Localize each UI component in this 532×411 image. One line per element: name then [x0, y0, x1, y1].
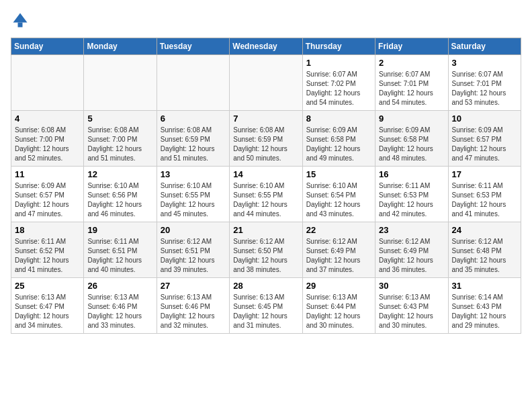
day-number: 3	[452, 58, 517, 68]
day-number: 6	[161, 113, 226, 124]
day-number: 26	[87, 281, 152, 291]
day-info: Sunrise: 6:10 AM Sunset: 6:54 PM Dayligh…	[306, 181, 371, 219]
day-number: 30	[379, 281, 444, 291]
day-info: Sunrise: 6:11 AM Sunset: 6:53 PM Dayligh…	[379, 181, 444, 219]
day-info: Sunrise: 6:10 AM Sunset: 6:55 PM Dayligh…	[233, 181, 298, 219]
day-cell: 2Sunrise: 6:07 AM Sunset: 7:01 PM Daylig…	[375, 55, 448, 111]
day-info: Sunrise: 6:12 AM Sunset: 6:48 PM Dayligh…	[452, 237, 517, 275]
day-info: Sunrise: 6:08 AM Sunset: 6:59 PM Dayligh…	[161, 126, 226, 163]
day-info: Sunrise: 6:10 AM Sunset: 6:55 PM Dayligh…	[161, 181, 226, 219]
day-number: 25	[15, 281, 80, 291]
day-cell: 23Sunrise: 6:12 AM Sunset: 6:49 PM Dayli…	[375, 222, 448, 278]
day-info: Sunrise: 6:13 AM Sunset: 6:46 PM Dayligh…	[161, 293, 226, 330]
day-number: 12	[87, 169, 152, 179]
day-info: Sunrise: 6:13 AM Sunset: 6:43 PM Dayligh…	[379, 293, 444, 330]
day-info: Sunrise: 6:11 AM Sunset: 6:53 PM Dayligh…	[452, 181, 517, 219]
day-cell: 15Sunrise: 6:10 AM Sunset: 6:54 PM Dayli…	[302, 167, 375, 222]
week-row-1: 1Sunrise: 6:07 AM Sunset: 7:02 PM Daylig…	[11, 55, 521, 111]
day-number: 15	[306, 169, 371, 179]
day-cell	[157, 55, 229, 111]
svg-rect-1	[18, 23, 23, 28]
col-header-sunday: Sunday	[11, 38, 84, 55]
day-cell: 19Sunrise: 6:11 AM Sunset: 6:51 PM Dayli…	[84, 222, 157, 278]
day-cell: 24Sunrise: 6:12 AM Sunset: 6:48 PM Dayli…	[448, 222, 521, 278]
day-info: Sunrise: 6:08 AM Sunset: 6:59 PM Dayligh…	[233, 126, 298, 163]
day-info: Sunrise: 6:14 AM Sunset: 6:43 PM Dayligh…	[452, 293, 517, 330]
day-number: 9	[379, 113, 444, 124]
day-cell: 5Sunrise: 6:08 AM Sunset: 7:00 PM Daylig…	[84, 111, 157, 167]
day-info: Sunrise: 6:09 AM Sunset: 6:57 PM Dayligh…	[452, 126, 517, 163]
day-number: 7	[233, 113, 298, 124]
day-cell: 25Sunrise: 6:13 AM Sunset: 6:47 PM Dayli…	[11, 278, 84, 334]
day-number: 1	[306, 58, 371, 68]
day-cell: 31Sunrise: 6:14 AM Sunset: 6:43 PM Dayli…	[448, 278, 521, 334]
day-cell: 3Sunrise: 6:07 AM Sunset: 7:01 PM Daylig…	[448, 55, 521, 111]
day-cell: 1Sunrise: 6:07 AM Sunset: 7:02 PM Daylig…	[302, 55, 375, 111]
day-cell: 13Sunrise: 6:10 AM Sunset: 6:55 PM Dayli…	[157, 167, 229, 222]
day-info: Sunrise: 6:12 AM Sunset: 6:51 PM Dayligh…	[161, 237, 226, 275]
day-number: 24	[452, 225, 517, 235]
day-number: 31	[452, 281, 517, 291]
day-info: Sunrise: 6:12 AM Sunset: 6:49 PM Dayligh…	[379, 237, 444, 275]
day-number: 28	[233, 281, 298, 291]
day-number: 29	[306, 281, 371, 291]
day-number: 11	[15, 169, 80, 179]
day-info: Sunrise: 6:09 AM Sunset: 6:58 PM Dayligh…	[306, 126, 371, 163]
logo	[11, 11, 32, 30]
day-info: Sunrise: 6:11 AM Sunset: 6:52 PM Dayligh…	[15, 237, 80, 275]
day-number: 23	[379, 225, 444, 235]
col-header-friday: Friday	[375, 38, 448, 55]
day-cell: 22Sunrise: 6:12 AM Sunset: 6:49 PM Dayli…	[302, 222, 375, 278]
day-cell: 6Sunrise: 6:08 AM Sunset: 6:59 PM Daylig…	[157, 111, 229, 167]
day-info: Sunrise: 6:13 AM Sunset: 6:45 PM Dayligh…	[233, 293, 298, 330]
day-info: Sunrise: 6:08 AM Sunset: 7:00 PM Dayligh…	[15, 126, 80, 163]
day-number: 20	[161, 225, 226, 235]
day-cell: 11Sunrise: 6:09 AM Sunset: 6:57 PM Dayli…	[11, 167, 84, 222]
day-number: 19	[87, 225, 152, 235]
col-header-thursday: Thursday	[302, 38, 375, 55]
day-info: Sunrise: 6:12 AM Sunset: 6:49 PM Dayligh…	[306, 237, 371, 275]
col-header-monday: Monday	[84, 38, 157, 55]
day-cell: 10Sunrise: 6:09 AM Sunset: 6:57 PM Dayli…	[448, 111, 521, 167]
day-cell: 8Sunrise: 6:09 AM Sunset: 6:58 PM Daylig…	[302, 111, 375, 167]
week-row-4: 18Sunrise: 6:11 AM Sunset: 6:52 PM Dayli…	[11, 222, 521, 278]
day-cell: 28Sunrise: 6:13 AM Sunset: 6:45 PM Dayli…	[230, 278, 302, 334]
week-row-5: 25Sunrise: 6:13 AM Sunset: 6:47 PM Dayli…	[11, 278, 521, 334]
week-row-3: 11Sunrise: 6:09 AM Sunset: 6:57 PM Dayli…	[11, 167, 521, 222]
day-cell: 14Sunrise: 6:10 AM Sunset: 6:55 PM Dayli…	[230, 167, 302, 222]
day-info: Sunrise: 6:12 AM Sunset: 6:50 PM Dayligh…	[233, 237, 298, 275]
logo-icon	[11, 11, 30, 30]
day-number: 14	[233, 169, 298, 179]
day-info: Sunrise: 6:13 AM Sunset: 6:46 PM Dayligh…	[87, 293, 152, 330]
day-info: Sunrise: 6:13 AM Sunset: 6:44 PM Dayligh…	[306, 293, 371, 330]
day-cell: 21Sunrise: 6:12 AM Sunset: 6:50 PM Dayli…	[230, 222, 302, 278]
col-header-wednesday: Wednesday	[230, 38, 302, 55]
day-info: Sunrise: 6:10 AM Sunset: 6:56 PM Dayligh…	[87, 181, 152, 219]
day-number: 8	[306, 113, 371, 124]
day-number: 2	[379, 58, 444, 68]
day-number: 18	[15, 225, 80, 235]
day-number: 5	[87, 113, 152, 124]
day-info: Sunrise: 6:13 AM Sunset: 6:47 PM Dayligh…	[15, 293, 80, 330]
day-number: 4	[15, 113, 80, 124]
day-info: Sunrise: 6:07 AM Sunset: 7:01 PM Dayligh…	[452, 70, 517, 107]
day-cell: 9Sunrise: 6:09 AM Sunset: 6:58 PM Daylig…	[375, 111, 448, 167]
day-info: Sunrise: 6:09 AM Sunset: 6:57 PM Dayligh…	[15, 181, 80, 219]
day-cell	[230, 55, 302, 111]
day-number: 27	[161, 281, 226, 291]
header-row: SundayMondayTuesdayWednesdayThursdayFrid…	[11, 38, 521, 55]
day-number: 16	[379, 169, 444, 179]
day-info: Sunrise: 6:07 AM Sunset: 7:02 PM Dayligh…	[306, 70, 371, 107]
day-cell: 30Sunrise: 6:13 AM Sunset: 6:43 PM Dayli…	[375, 278, 448, 334]
col-header-saturday: Saturday	[448, 38, 521, 55]
day-cell: 26Sunrise: 6:13 AM Sunset: 6:46 PM Dayli…	[84, 278, 157, 334]
page-header	[11, 11, 521, 30]
day-cell: 27Sunrise: 6:13 AM Sunset: 6:46 PM Dayli…	[157, 278, 229, 334]
day-info: Sunrise: 6:11 AM Sunset: 6:51 PM Dayligh…	[87, 237, 152, 275]
day-info: Sunrise: 6:08 AM Sunset: 7:00 PM Dayligh…	[87, 126, 152, 163]
day-number: 21	[233, 225, 298, 235]
calendar-table: SundayMondayTuesdayWednesdayThursdayFrid…	[11, 38, 521, 334]
day-number: 17	[452, 169, 517, 179]
day-number: 22	[306, 225, 371, 235]
day-cell: 20Sunrise: 6:12 AM Sunset: 6:51 PM Dayli…	[157, 222, 229, 278]
